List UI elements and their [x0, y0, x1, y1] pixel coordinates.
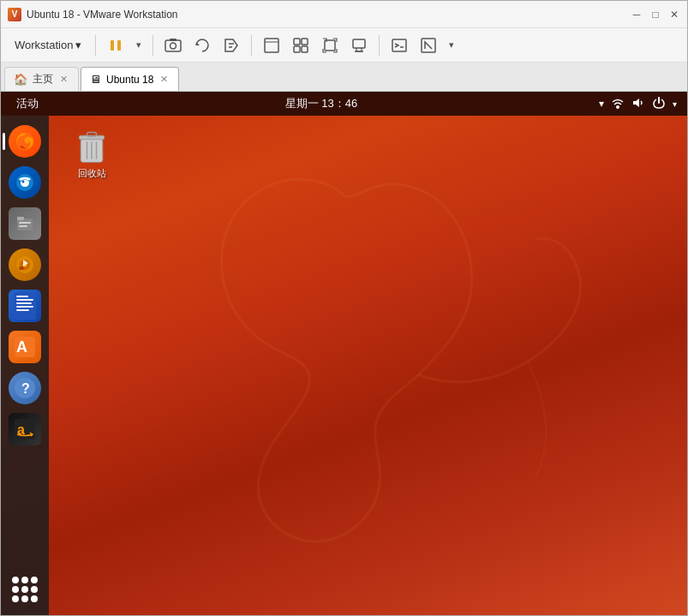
- svg-rect-2: [165, 40, 181, 51]
- svg-rect-36: [16, 302, 32, 304]
- snapshot-icon: [164, 36, 182, 55]
- fit-guest-button[interactable]: [346, 33, 372, 58]
- trash-image: [73, 128, 111, 165]
- svg-rect-0: [111, 40, 114, 51]
- svg-rect-37: [16, 306, 33, 308]
- unity-view-button[interactable]: [288, 33, 314, 58]
- console-button[interactable]: [386, 33, 412, 58]
- fit-guest-icon: [350, 37, 368, 54]
- unity-view-icon: [292, 37, 309, 54]
- svg-rect-28: [19, 225, 27, 227]
- svg-rect-35: [16, 299, 33, 301]
- desktop[interactable]: A ? a: [1, 116, 687, 615]
- svg-rect-11: [302, 39, 308, 45]
- svg-text:?: ?: [21, 381, 30, 396]
- gnome-topbar: 活动 星期一 13：46 ▾: [1, 92, 687, 116]
- tab-ubuntu18[interactable]: 🖥 Ubuntu 18 ✕: [81, 67, 179, 91]
- svg-text:A: A: [16, 338, 27, 356]
- power-icon: [652, 96, 666, 110]
- svg-rect-8: [265, 39, 278, 52]
- dock-item-amazon[interactable]: a: [6, 410, 44, 448]
- thunderbird-icon: [9, 166, 41, 199]
- minimize-button[interactable]: ─: [631, 9, 643, 21]
- svg-rect-38: [16, 309, 29, 311]
- gnome-tray: ▾: [599, 96, 677, 112]
- thunderbird-logo: [13, 170, 37, 194]
- dock-item-rhythmbox[interactable]: [6, 246, 44, 284]
- network-tray-icon[interactable]: [611, 96, 625, 112]
- revert-button[interactable]: [189, 33, 215, 58]
- svg-rect-26: [17, 217, 24, 220]
- help-logo: ?: [13, 376, 37, 400]
- normal-view-icon: [263, 37, 280, 54]
- scale-dropdown[interactable]: ▾: [445, 33, 458, 58]
- window-title: Ubuntu 18 - VMware Workstation: [27, 9, 631, 21]
- fit-window-button[interactable]: [317, 33, 343, 58]
- dock-item-ubuntu-store[interactable]: A: [6, 328, 44, 366]
- dock: A ? a: [1, 116, 49, 615]
- help-icon: ?: [9, 372, 41, 404]
- svg-point-32: [19, 266, 24, 270]
- grid-dots: [12, 577, 38, 602]
- snapshot-button[interactable]: [160, 33, 186, 58]
- tab-home[interactable]: 🏠 主页 ✕: [4, 67, 79, 91]
- store-logo: A: [13, 335, 37, 359]
- ubuntu-logo-bg: [79, 126, 610, 606]
- workstation-menu[interactable]: Workstation ▾: [8, 35, 88, 55]
- separator-2: [153, 35, 153, 56]
- amazon-logo: a: [13, 417, 37, 441]
- tray-down-arrow[interactable]: ▾: [599, 98, 604, 110]
- activities-button[interactable]: 活动: [11, 94, 44, 113]
- separator-4: [379, 35, 380, 56]
- suspend-button[interactable]: [218, 33, 244, 58]
- suspend-icon: [222, 36, 241, 55]
- power-arrow[interactable]: ▾: [673, 99, 677, 109]
- title-bar: V Ubuntu 18 - VMware Workstation ─ □ ✕: [1, 1, 687, 28]
- console-icon: [391, 37, 408, 54]
- firefox-icon: [9, 125, 41, 158]
- dock-item-files[interactable]: [6, 205, 44, 242]
- svg-point-24: [22, 181, 25, 183]
- ubuntu18-tab-close[interactable]: ✕: [159, 73, 170, 86]
- normal-view-button[interactable]: [259, 33, 284, 58]
- trash-svg: [75, 128, 109, 165]
- pause-dropdown[interactable]: ▾: [132, 33, 146, 58]
- svg-point-20: [616, 105, 619, 109]
- show-apps-icon: [9, 573, 41, 606]
- files-logo: [13, 212, 37, 236]
- ubuntu18-tab-label: Ubuntu 18: [106, 74, 153, 86]
- home-tab-icon: 🏠: [14, 73, 27, 86]
- ubuntu18-tab-icon: 🖥: [90, 73, 101, 86]
- separator-3: [251, 35, 252, 56]
- svg-rect-4: [170, 39, 176, 41]
- scale-button[interactable]: [416, 33, 441, 58]
- dock-item-thunderbird[interactable]: [6, 164, 44, 201]
- sound-tray-icon[interactable]: [631, 96, 645, 112]
- vmware-window: V Ubuntu 18 - VMware Workstation ─ □ ✕ W…: [0, 0, 688, 616]
- vm-area[interactable]: 活动 星期一 13：46 ▾: [1, 92, 687, 615]
- close-button[interactable]: ✕: [668, 9, 680, 21]
- amazon-icon: a: [9, 413, 41, 446]
- firefox-logo: [13, 129, 37, 153]
- desktop-background: [1, 116, 687, 615]
- dropdown-arrow: ▾: [75, 39, 81, 51]
- libreoffice-icon: [9, 290, 41, 322]
- dock-item-firefox[interactable]: [6, 123, 44, 160]
- maximize-button[interactable]: □: [649, 9, 661, 21]
- scale-icon: [420, 37, 437, 54]
- home-tab-label: 主页: [33, 72, 53, 87]
- dock-item-help[interactable]: ?: [6, 369, 44, 407]
- home-tab-close[interactable]: ✕: [58, 73, 69, 86]
- fit-window-icon: [321, 37, 338, 54]
- power-tray-icon[interactable]: [652, 96, 666, 112]
- dock-item-show-apps[interactable]: [6, 571, 44, 608]
- pause-button[interactable]: [103, 33, 129, 58]
- svg-rect-15: [353, 39, 365, 48]
- svg-marker-21: [633, 99, 639, 107]
- separator-1: [95, 35, 96, 56]
- rhythmbox-logo: [13, 253, 37, 277]
- trash-icon-desktop[interactable]: 回收站: [61, 124, 123, 183]
- svg-rect-34: [16, 296, 28, 297]
- dock-item-libreoffice[interactable]: [6, 287, 44, 325]
- desktop-icons-area: 回收站: [61, 124, 123, 183]
